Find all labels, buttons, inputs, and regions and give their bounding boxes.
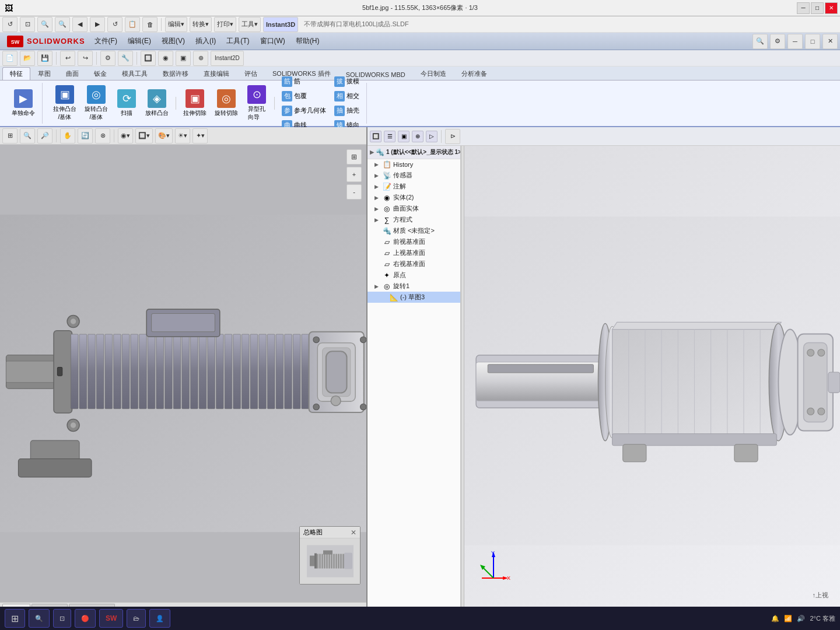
fit-window-button[interactable]: ⊡ [20, 17, 35, 32]
tools-button[interactable]: 工具▾ [239, 17, 261, 32]
sw-save-button[interactable]: 💾 [37, 51, 52, 66]
taskbar-media[interactable]: 🔴 [75, 609, 96, 628]
zoom-in-button[interactable]: 🔍 [37, 17, 52, 32]
menu-view[interactable]: 视图(V) [157, 35, 190, 47]
extrude-cut-button[interactable]: ▣ 拉伸切除 [181, 87, 209, 120]
realview-button[interactable]: ✦▾ [192, 128, 208, 144]
ft-material[interactable]: 🔩 材质 <未指定> [368, 225, 460, 236]
display-style-button[interactable]: ◉▾ [118, 128, 133, 144]
menu-tools[interactable]: 工具(T) [222, 35, 254, 47]
view-real-button[interactable]: ⊕ [193, 51, 208, 66]
zoom-out-view[interactable]: - [346, 184, 362, 200]
extrude-boss-button[interactable]: ▣ 拉伸凸台/基体 [51, 83, 79, 124]
sw-settings-button[interactable]: ⚙ [770, 34, 785, 49]
ft-solid-bodies[interactable]: ▶ ◉ 实体(2) [368, 192, 460, 203]
draft-button[interactable]: 拔 拔模 [332, 75, 362, 88]
ft-icon3[interactable]: ▣ [398, 131, 410, 142]
taskbar-search[interactable]: 🔍 [29, 609, 50, 628]
tab-analysis[interactable]: 分析准备 [454, 67, 495, 80]
ft-revolve1[interactable]: ▶ ◎ 旋转1 [368, 281, 460, 292]
taskbar-volume[interactable]: 🔊 [797, 615, 805, 622]
ref-geo-button[interactable]: 参 参考几何体 [279, 104, 328, 117]
section-view-button[interactable]: ⊗ [95, 128, 110, 144]
menu-edit[interactable]: 编辑(E) [123, 35, 156, 47]
taskbar-network[interactable]: 📶 [784, 615, 792, 622]
ft-icon2[interactable]: ☰ [384, 131, 396, 142]
rotate-left-button[interactable]: ↺ [2, 17, 18, 32]
delete-button[interactable]: 🗑 [142, 17, 158, 32]
ft-icon4[interactable]: ⊕ [412, 131, 424, 142]
scene-button[interactable]: ☀▾ [175, 128, 190, 144]
options-button[interactable]: 🔧 [118, 51, 133, 66]
wrap-button[interactable]: 包 包覆 [279, 90, 328, 103]
sw-open-button[interactable]: 📂 [20, 51, 35, 66]
loft-button[interactable]: ◈ 放样凸台 [143, 87, 171, 120]
tab-manufacture[interactable]: 今日制造 [413, 67, 454, 80]
next-button[interactable]: ▶ [90, 17, 105, 32]
view-section-button[interactable]: ▣ [176, 51, 191, 66]
revolve-cut-button[interactable]: ◎ 旋转切除 [212, 87, 240, 120]
copy-button[interactable]: 📋 [125, 17, 140, 32]
sw-close-button[interactable]: ✕ [822, 34, 838, 49]
ft-right-plane[interactable]: ▱ 右视基准面 [368, 258, 460, 270]
print-button[interactable]: 打印▾ [214, 17, 236, 32]
ft-front-plane[interactable]: ▱ 前视基准面 [368, 236, 460, 247]
minimap-close-button[interactable]: ✕ [351, 528, 356, 537]
zoom-fit-left[interactable]: ⊞ [2, 128, 18, 144]
redo-button[interactable]: ↪ [78, 51, 93, 66]
rebuild-button[interactable]: ⚙ [100, 51, 116, 66]
menu-help[interactable]: 帮助(H) [291, 35, 324, 47]
revolve-boss-button[interactable]: ◎ 旋转凸台/基体 [82, 83, 110, 124]
ft-history[interactable]: ▶ 📋 History [368, 159, 460, 170]
minimize-button[interactable]: ─ [797, 2, 810, 14]
sw-minimize-button[interactable]: ─ [788, 34, 803, 49]
ft-sketch3[interactable]: 📐 (-) 草图3 [368, 292, 460, 303]
view-orient-button[interactable]: 🔲 [141, 51, 156, 66]
shell-button[interactable]: 抽 抽壳 [332, 104, 362, 117]
prev-button[interactable]: ◀ [72, 17, 88, 32]
zoom-fit-btn[interactable]: ⊞ [346, 149, 362, 164]
zoom-out-button[interactable]: 🔍 [55, 17, 70, 32]
instant3d-button[interactable]: Instant3D [263, 17, 298, 32]
sw-new-button[interactable]: 📄 [2, 51, 18, 66]
menu-file[interactable]: 文件(F) [90, 35, 122, 47]
edit-button[interactable]: 编辑▾ [165, 17, 187, 32]
close-button[interactable]: ✕ [825, 2, 838, 14]
taskbar-user[interactable]: 👤 [149, 609, 170, 628]
intersect-button[interactable]: 相 相交 [332, 90, 362, 103]
select-button[interactable]: ▶ 单独命令 [9, 87, 37, 120]
ft-icon5[interactable]: ▷ [426, 131, 438, 142]
taskbar-sw-app[interactable]: SW [99, 609, 123, 628]
taskbar-start[interactable]: ⊞ [5, 609, 25, 628]
undo-button[interactable]: ↩ [60, 51, 75, 66]
view-3d-button[interactable]: ◉ [158, 51, 173, 66]
rib-button[interactable]: 筋 筋 [279, 75, 328, 88]
ft-equations[interactable]: ▶ ∑ 方程式 [368, 214, 460, 225]
maximize-button[interactable]: □ [811, 2, 824, 14]
zoom-in-view[interactable]: + [346, 167, 362, 182]
taskbar-task-view[interactable]: ⊡ [53, 609, 71, 628]
instant2d-button[interactable]: Instant2D [211, 51, 244, 66]
filter-btn[interactable]: ⊳ [445, 129, 460, 144]
zoom-out-left[interactable]: 🔎 [37, 128, 52, 144]
sw-search-button[interactable]: 🔍 [752, 34, 768, 49]
sw-maximize-button[interactable]: □ [805, 34, 820, 49]
view-orient-left[interactable]: 🔲▾ [135, 128, 153, 144]
ft-origin[interactable]: ✦ 原点 [368, 270, 460, 281]
pan-button[interactable]: ✋ [60, 128, 75, 144]
zoom-in-left[interactable]: 🔍 [20, 128, 35, 144]
convert-button[interactable]: 转换▾ [190, 17, 212, 32]
taskbar-notification[interactable]: 🔔 [771, 615, 779, 622]
ft-annotations[interactable]: ▶ 📝 注解 [368, 181, 460, 192]
menu-window[interactable]: 窗口(W) [256, 35, 290, 47]
taskbar-folder[interactable]: 🗁 [127, 609, 146, 628]
hole-wizard-button[interactable]: ⊙ 异型孔向导 [244, 83, 270, 124]
menu-insert[interactable]: 插入(I) [191, 35, 220, 47]
appearances-button[interactable]: 🎨▾ [155, 128, 173, 144]
tab-features[interactable]: 特征 [2, 67, 30, 80]
ft-surface-bodies[interactable]: ▶ ◎ 曲面实体 [368, 203, 460, 214]
nav-back-button[interactable]: ↺ [107, 17, 123, 32]
ft-top-plane[interactable]: ▱ 上视基准面 [368, 247, 460, 258]
ft-sensors[interactable]: ▶ 📡 传感器 [368, 170, 460, 181]
ft-icon1[interactable]: 🔲 [370, 131, 382, 142]
